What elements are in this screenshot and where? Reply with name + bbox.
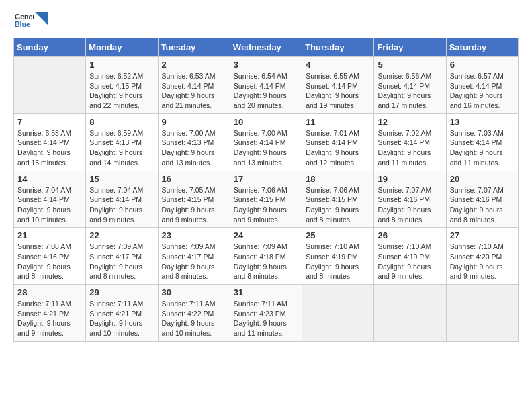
calendar-col-saturday: Saturday bbox=[446, 38, 518, 57]
day-number: 4 bbox=[306, 60, 370, 70]
day-info: Sunrise: 7:06 AM Sunset: 4:15 PM Dayligh… bbox=[306, 185, 370, 225]
day-number: 16 bbox=[162, 174, 226, 184]
calendar-cell: 12Sunrise: 7:02 AM Sunset: 4:14 PM Dayli… bbox=[374, 113, 446, 171]
day-number: 12 bbox=[378, 117, 442, 127]
day-info: Sunrise: 7:09 AM Sunset: 4:18 PM Dayligh… bbox=[234, 242, 298, 281]
day-number: 30 bbox=[162, 287, 226, 298]
day-info: Sunrise: 7:10 AM Sunset: 4:19 PM Dayligh… bbox=[306, 242, 370, 281]
calendar-cell: 24Sunrise: 7:09 AM Sunset: 4:18 PM Dayli… bbox=[230, 228, 302, 285]
calendar-cell: 28Sunrise: 7:11 AM Sunset: 4:21 PM Dayli… bbox=[14, 285, 86, 342]
calendar-col-monday: Monday bbox=[86, 38, 158, 57]
calendar-cell: 7Sunrise: 6:58 AM Sunset: 4:14 PM Daylig… bbox=[14, 113, 86, 171]
day-number: 29 bbox=[89, 287, 154, 298]
day-number: 15 bbox=[89, 174, 154, 184]
calendar-cell: 27Sunrise: 7:10 AM Sunset: 4:20 PM Dayli… bbox=[446, 228, 518, 285]
logo: General Blue bbox=[13, 11, 48, 32]
day-number: 25 bbox=[306, 230, 370, 240]
logo-arrow-icon bbox=[35, 12, 48, 28]
calendar-week-row: 28Sunrise: 7:11 AM Sunset: 4:21 PM Dayli… bbox=[14, 285, 519, 342]
day-info: Sunrise: 6:57 AM Sunset: 4:14 PM Dayligh… bbox=[450, 71, 515, 111]
day-number: 17 bbox=[234, 174, 298, 184]
day-info: Sunrise: 7:00 AM Sunset: 4:13 PM Dayligh… bbox=[162, 128, 226, 168]
day-info: Sunrise: 7:04 AM Sunset: 4:14 PM Dayligh… bbox=[89, 185, 154, 225]
day-number: 1 bbox=[89, 60, 154, 70]
calendar-col-tuesday: Tuesday bbox=[158, 38, 230, 57]
day-info: Sunrise: 7:03 AM Sunset: 4:14 PM Dayligh… bbox=[450, 128, 515, 168]
day-info: Sunrise: 7:07 AM Sunset: 4:16 PM Dayligh… bbox=[378, 185, 442, 225]
calendar-cell: 21Sunrise: 7:08 AM Sunset: 4:16 PM Dayli… bbox=[14, 228, 86, 285]
day-info: Sunrise: 7:11 AM Sunset: 4:22 PM Dayligh… bbox=[162, 299, 226, 338]
day-number: 19 bbox=[378, 174, 442, 184]
calendar-cell: 25Sunrise: 7:10 AM Sunset: 4:19 PM Dayli… bbox=[302, 228, 374, 285]
day-number: 22 bbox=[89, 230, 154, 240]
day-number: 7 bbox=[17, 117, 82, 127]
day-number: 5 bbox=[378, 60, 442, 70]
calendar-cell: 30Sunrise: 7:11 AM Sunset: 4:22 PM Dayli… bbox=[158, 285, 230, 342]
calendar-cell: 9Sunrise: 7:00 AM Sunset: 4:13 PM Daylig… bbox=[158, 113, 230, 171]
calendar-col-wednesday: Wednesday bbox=[230, 38, 302, 57]
day-info: Sunrise: 7:07 AM Sunset: 4:16 PM Dayligh… bbox=[450, 185, 515, 225]
svg-marker-3 bbox=[35, 12, 48, 26]
calendar-cell: 18Sunrise: 7:06 AM Sunset: 4:15 PM Dayli… bbox=[302, 171, 374, 228]
day-info: Sunrise: 6:56 AM Sunset: 4:14 PM Dayligh… bbox=[378, 71, 442, 111]
calendar-cell: 26Sunrise: 7:10 AM Sunset: 4:19 PM Dayli… bbox=[374, 228, 446, 285]
calendar-cell: 8Sunrise: 6:59 AM Sunset: 4:13 PM Daylig… bbox=[86, 113, 158, 171]
calendar-cell bbox=[302, 285, 374, 342]
day-number: 21 bbox=[17, 230, 82, 240]
day-info: Sunrise: 6:54 AM Sunset: 4:14 PM Dayligh… bbox=[234, 71, 298, 111]
logo-icon: General Blue bbox=[15, 11, 34, 30]
calendar-header-row: SundayMondayTuesdayWednesdayThursdayFrid… bbox=[14, 38, 519, 57]
day-info: Sunrise: 6:55 AM Sunset: 4:14 PM Dayligh… bbox=[306, 71, 370, 111]
calendar-cell: 6Sunrise: 6:57 AM Sunset: 4:14 PM Daylig… bbox=[446, 57, 518, 114]
day-number: 28 bbox=[17, 287, 82, 298]
calendar-col-friday: Friday bbox=[374, 38, 446, 57]
day-number: 3 bbox=[234, 60, 298, 70]
day-number: 20 bbox=[450, 174, 515, 184]
day-info: Sunrise: 7:09 AM Sunset: 4:17 PM Dayligh… bbox=[89, 242, 154, 281]
day-info: Sunrise: 7:10 AM Sunset: 4:19 PM Dayligh… bbox=[378, 242, 442, 281]
calendar-cell: 31Sunrise: 7:11 AM Sunset: 4:23 PM Dayli… bbox=[230, 285, 302, 342]
calendar-cell: 4Sunrise: 6:55 AM Sunset: 4:14 PM Daylig… bbox=[302, 57, 374, 114]
day-info: Sunrise: 7:05 AM Sunset: 4:15 PM Dayligh… bbox=[162, 185, 226, 225]
calendar-cell: 5Sunrise: 6:56 AM Sunset: 4:14 PM Daylig… bbox=[374, 57, 446, 114]
day-info: Sunrise: 7:00 AM Sunset: 4:14 PM Dayligh… bbox=[234, 128, 298, 168]
calendar-cell: 10Sunrise: 7:00 AM Sunset: 4:14 PM Dayli… bbox=[230, 113, 302, 171]
calendar-cell: 17Sunrise: 7:06 AM Sunset: 4:15 PM Dayli… bbox=[230, 171, 302, 228]
day-info: Sunrise: 7:08 AM Sunset: 4:16 PM Dayligh… bbox=[17, 242, 82, 281]
calendar-cell: 2Sunrise: 6:53 AM Sunset: 4:14 PM Daylig… bbox=[158, 57, 230, 114]
day-info: Sunrise: 6:53 AM Sunset: 4:14 PM Dayligh… bbox=[162, 71, 226, 111]
day-number: 14 bbox=[17, 174, 82, 184]
day-info: Sunrise: 6:58 AM Sunset: 4:14 PM Dayligh… bbox=[17, 128, 82, 168]
calendar-week-row: 7Sunrise: 6:58 AM Sunset: 4:14 PM Daylig… bbox=[14, 113, 519, 171]
page-header: General Blue bbox=[13, 11, 519, 32]
day-info: Sunrise: 7:02 AM Sunset: 4:14 PM Dayligh… bbox=[378, 128, 442, 168]
calendar-cell: 11Sunrise: 7:01 AM Sunset: 4:14 PM Dayli… bbox=[302, 113, 374, 171]
calendar-week-row: 14Sunrise: 7:04 AM Sunset: 4:14 PM Dayli… bbox=[14, 171, 519, 228]
day-number: 18 bbox=[306, 174, 370, 184]
calendar-cell: 29Sunrise: 7:11 AM Sunset: 4:21 PM Dayli… bbox=[86, 285, 158, 342]
calendar-cell: 3Sunrise: 6:54 AM Sunset: 4:14 PM Daylig… bbox=[230, 57, 302, 114]
calendar-cell: 22Sunrise: 7:09 AM Sunset: 4:17 PM Dayli… bbox=[86, 228, 158, 285]
day-number: 13 bbox=[450, 117, 515, 127]
calendar-table: SundayMondayTuesdayWednesdayThursdayFrid… bbox=[13, 38, 519, 342]
calendar-cell: 19Sunrise: 7:07 AM Sunset: 4:16 PM Dayli… bbox=[374, 171, 446, 228]
day-number: 27 bbox=[450, 230, 515, 240]
day-number: 26 bbox=[378, 230, 442, 240]
svg-text:General: General bbox=[15, 13, 34, 21]
calendar-cell: 23Sunrise: 7:09 AM Sunset: 4:17 PM Dayli… bbox=[158, 228, 230, 285]
calendar-cell bbox=[446, 285, 518, 342]
calendar-cell: 13Sunrise: 7:03 AM Sunset: 4:14 PM Dayli… bbox=[446, 113, 518, 171]
day-number: 11 bbox=[306, 117, 370, 127]
calendar-cell bbox=[374, 285, 446, 342]
day-info: Sunrise: 6:52 AM Sunset: 4:15 PM Dayligh… bbox=[89, 71, 154, 111]
day-info: Sunrise: 7:11 AM Sunset: 4:21 PM Dayligh… bbox=[89, 299, 154, 338]
day-info: Sunrise: 6:59 AM Sunset: 4:13 PM Dayligh… bbox=[89, 128, 154, 168]
day-number: 24 bbox=[234, 230, 298, 240]
calendar-cell: 20Sunrise: 7:07 AM Sunset: 4:16 PM Dayli… bbox=[446, 171, 518, 228]
day-info: Sunrise: 7:11 AM Sunset: 4:21 PM Dayligh… bbox=[17, 299, 82, 338]
day-number: 23 bbox=[162, 230, 226, 240]
day-info: Sunrise: 7:01 AM Sunset: 4:14 PM Dayligh… bbox=[306, 128, 370, 168]
day-number: 10 bbox=[234, 117, 298, 127]
calendar-week-row: 21Sunrise: 7:08 AM Sunset: 4:16 PM Dayli… bbox=[14, 228, 519, 285]
day-info: Sunrise: 7:11 AM Sunset: 4:23 PM Dayligh… bbox=[234, 299, 298, 338]
